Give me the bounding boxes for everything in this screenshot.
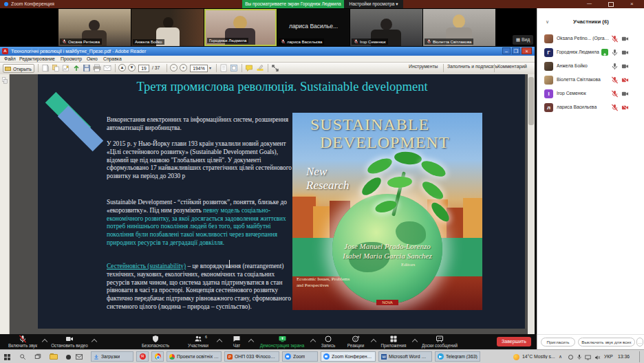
- participant-row[interactable]: Анжела Бойко: [537, 60, 644, 74]
- whiteboards-label: Доски сообщений: [422, 343, 458, 348]
- invite-button[interactable]: Пригласить: [541, 338, 575, 346]
- close-button[interactable]: ×: [630, 1, 634, 7]
- view-layout-button[interactable]: ▦ Вид: [513, 35, 533, 45]
- search-icon[interactable]: [19, 353, 26, 360]
- chevron-up-icon[interactable]: [412, 339, 418, 344]
- weather-text[interactable]: 14°C Mostly s...: [522, 354, 555, 359]
- fill-sign-button[interactable]: Заполнить и подписать: [447, 64, 497, 69]
- chevron-up-icon[interactable]: [42, 339, 47, 344]
- menu-edit[interactable]: Редактирование: [19, 56, 55, 61]
- share-upload-icon[interactable]: [72, 64, 80, 72]
- participant-row[interactable]: Oksana Petino... (Организатор, я): [537, 32, 644, 46]
- zoom-dropdown-arrow[interactable]: ▾: [209, 65, 211, 70]
- participant-row[interactable]: І Ігор Семенюк: [537, 87, 644, 101]
- reactions-button[interactable]: Реакции: [343, 335, 369, 348]
- tray-mic-icon[interactable]: [577, 354, 582, 360]
- share-screen-button[interactable]: Демонстрация экрана: [256, 335, 308, 348]
- more-options-button[interactable]: …: [636, 338, 643, 346]
- previous-page-button[interactable]: ▲: [118, 64, 126, 72]
- tray-app-icon[interactable]: [568, 355, 573, 360]
- chat-button[interactable]: Чат: [227, 335, 246, 348]
- sticky-note-icon[interactable]: [245, 64, 253, 72]
- start-button[interactable]: [4, 354, 10, 360]
- tray-expand-chevron[interactable]: ∧: [559, 354, 562, 360]
- record-button[interactable]: Запись: [316, 335, 340, 348]
- taskbar-button-telegram[interactable]: Telegram (363): [435, 351, 480, 362]
- taskbar-button-chrome[interactable]: [151, 351, 164, 362]
- menu-window[interactable]: Окно: [87, 56, 98, 61]
- apps-button[interactable]: Приложения: [377, 335, 410, 348]
- adobe-close-button[interactable]: ×: [522, 47, 532, 54]
- save-pdf-icon[interactable]: [41, 64, 50, 72]
- show-desktop-button[interactable]: [639, 351, 640, 362]
- video-tile-no-video[interactable]: лариса Василье... лариса Васильєва: [277, 9, 350, 46]
- mute-all-button[interactable]: Выключить звук для всех: [578, 338, 635, 346]
- tray-volume-icon[interactable]: [594, 355, 601, 360]
- taskbar-button-zoom[interactable]: Zoom: [282, 351, 318, 362]
- highlight-icon[interactable]: [256, 64, 264, 72]
- adobe-navigation-sidebar[interactable]: [0, 74, 10, 334]
- convert-pages-icon[interactable]: [52, 64, 60, 72]
- participant-row[interactable]: Віолетта Світлакова: [537, 74, 644, 87]
- taskbar-button-yandex[interactable]: Я: [136, 351, 149, 362]
- taskbar-button-downloads[interactable]: Загрузки: [91, 351, 133, 362]
- comment-panel-button[interactable]: Комментарий: [497, 64, 527, 69]
- vertical-scrollbar[interactable]: [528, 74, 535, 334]
- chevron-up-icon[interactable]: [310, 339, 316, 344]
- sign-document-icon[interactable]: [62, 64, 70, 72]
- email-icon[interactable]: [103, 64, 111, 72]
- next-page-button[interactable]: ▼: [128, 64, 136, 72]
- page-number-input[interactable]: 19: [138, 65, 149, 72]
- maximize-button[interactable]: [608, 2, 614, 7]
- video-tile-active-speaker[interactable]: Городнюк Людмила: [204, 9, 277, 46]
- zoom-in-button[interactable]: +: [180, 64, 187, 72]
- taskbar-button-word[interactable]: W Microsoft Word Doc...: [378, 351, 432, 362]
- adobe-maximize-button[interactable]: ❒: [512, 47, 520, 54]
- chevron-up-icon[interactable]: [248, 339, 254, 344]
- stop-video-button[interactable]: Остановить видео: [50, 335, 89, 348]
- video-tile[interactable]: Оксана Ретінова: [58, 9, 131, 46]
- pinned-app-icon[interactable]: [66, 355, 71, 360]
- chevron-up-icon[interactable]: [92, 339, 97, 344]
- whiteboards-button[interactable]: Доски сообщений: [418, 335, 461, 348]
- scrollbar-thumb[interactable]: [528, 77, 534, 125]
- language-indicator[interactable]: УКР: [604, 354, 613, 359]
- menu-help[interactable]: Справка: [103, 56, 122, 61]
- video-tile[interactable]: Віолетта Світлакова: [423, 9, 495, 46]
- zoom-level-input[interactable]: 194%: [190, 65, 208, 72]
- clock[interactable]: 13:36: [618, 354, 630, 359]
- chevron-up-icon[interactable]: [217, 339, 222, 344]
- adobe-minimize-button[interactable]: –: [502, 47, 511, 54]
- zoom-out-button[interactable]: −: [170, 64, 178, 72]
- taskbar-button-zoom-meeting-active[interactable]: Zoom Конференция: [321, 351, 376, 362]
- fit-page-icon[interactable]: [230, 64, 238, 72]
- adobe-window-title: Технологічні революції і майбутнє_Презе.…: [11, 47, 355, 56]
- unmute-button[interactable]: Включить звук: [6, 335, 40, 348]
- video-tile[interactable]: Анжела Бойко: [131, 9, 204, 46]
- participant-row[interactable]: л лариса Васильєва: [537, 101, 644, 115]
- mail-icon[interactable]: [76, 354, 83, 360]
- participant-row[interactable]: Г Городнюк Людмила: [537, 46, 644, 60]
- taskbar-button-chrome-tab[interactable]: Проекти освітніх пр...: [167, 351, 222, 362]
- end-meeting-button[interactable]: Завершить: [497, 337, 531, 346]
- participants-button[interactable]: 6 Участники: [182, 335, 215, 348]
- tray-display-icon[interactable]: [585, 355, 591, 360]
- security-button[interactable]: Безопасность: [138, 335, 173, 348]
- print-icon[interactable]: [93, 64, 101, 72]
- chevron-up-icon[interactable]: [371, 339, 376, 344]
- tools-panel-button[interactable]: Инструменты: [409, 64, 438, 69]
- camera-icon: [65, 335, 74, 343]
- fullscreen-icon[interactable]: [271, 64, 279, 72]
- video-tile[interactable]: Ігор Семенюк: [350, 9, 422, 46]
- menu-view[interactable]: Просмотр: [61, 56, 82, 61]
- minimize-button[interactable]: —: [587, 1, 592, 6]
- page-thumbnails-icon[interactable]: [1, 77, 8, 84]
- menu-file[interactable]: Файл: [4, 56, 16, 61]
- open-file-button[interactable]: Открыть: [3, 64, 34, 73]
- scroll-mode-icon[interactable]: [219, 64, 228, 72]
- file-explorer-icon[interactable]: [50, 354, 58, 360]
- task-view-icon[interactable]: [34, 353, 41, 360]
- view-settings-dropdown[interactable]: Настройки просмотра ▾: [344, 0, 403, 8]
- taskbar-button-document[interactable]: P ОНП 033 Філософія ...: [224, 351, 279, 362]
- save-icon[interactable]: [83, 64, 91, 72]
